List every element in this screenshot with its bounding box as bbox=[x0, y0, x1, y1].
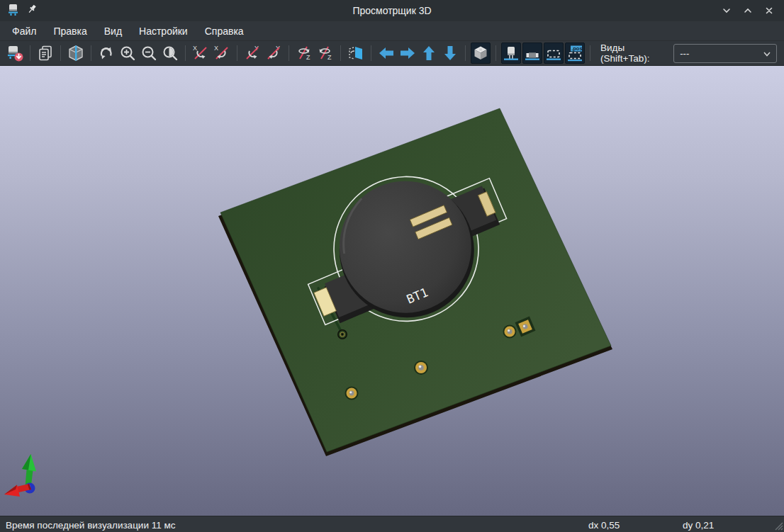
menu-help[interactable]: Справка bbox=[196, 23, 252, 39]
rotate-y-cw-icon: Y bbox=[243, 44, 262, 62]
rotate-z-cw-button[interactable]: Z bbox=[294, 43, 314, 64]
rotate-x-ccw-icon: X bbox=[213, 44, 231, 62]
rotate-x-cw-button[interactable]: X bbox=[191, 43, 211, 64]
3d-scene: BT1 bbox=[0, 66, 784, 516]
toolbar-separator bbox=[91, 45, 91, 61]
toolbar-separator bbox=[340, 45, 341, 61]
axis-gizmo bbox=[4, 454, 36, 497]
toolbar-separator bbox=[60, 45, 61, 61]
pin-icon[interactable] bbox=[26, 4, 38, 18]
toolbar-separator bbox=[371, 45, 371, 61]
show-smd-models-toggle[interactable] bbox=[522, 43, 542, 64]
show-virtual-models-toggle[interactable] bbox=[544, 43, 564, 64]
rotate-z-ccw-button[interactable]: Z bbox=[315, 43, 335, 64]
toolbar: X X Y Y Z bbox=[0, 41, 784, 66]
toolbar-separator bbox=[289, 45, 289, 61]
move-left-button[interactable] bbox=[376, 43, 396, 64]
zoom-in-button[interactable] bbox=[118, 43, 138, 64]
ortho-cube-icon bbox=[471, 44, 490, 62]
plated-hole-3 bbox=[503, 325, 517, 339]
zoom-fit-icon bbox=[161, 44, 179, 62]
menubar: Файл Правка Вид Настройки Справка bbox=[0, 21, 784, 41]
svg-text:Z: Z bbox=[306, 54, 310, 61]
statusbar: Время последней визуализации 11 мс dx 0,… bbox=[0, 516, 784, 532]
resize-grip[interactable] bbox=[773, 521, 783, 532]
tht-component-icon bbox=[502, 44, 520, 62]
raytracing-cube-icon bbox=[67, 44, 85, 62]
copy-icon bbox=[36, 44, 55, 62]
flip-board-icon bbox=[347, 44, 365, 62]
raytracing-render-button[interactable] bbox=[66, 43, 86, 64]
copy-image-button[interactable] bbox=[35, 43, 55, 64]
plated-hole-2 bbox=[414, 361, 428, 375]
menu-edit[interactable]: Правка bbox=[45, 23, 95, 39]
app-icon bbox=[6, 3, 20, 19]
via-hole bbox=[342, 334, 344, 336]
toolbar-separator bbox=[590, 45, 590, 61]
pos-file-icon: .pos bbox=[566, 44, 584, 62]
reload-board-button[interactable] bbox=[96, 43, 116, 64]
rotate-y-cw-button[interactable]: Y bbox=[242, 43, 262, 64]
toolbar-separator bbox=[495, 45, 496, 61]
smd-component-icon bbox=[523, 44, 542, 62]
show-tht-models-toggle[interactable] bbox=[501, 43, 521, 64]
svg-text:X: X bbox=[193, 45, 197, 52]
zoom-out-icon bbox=[140, 44, 158, 62]
close-button[interactable] bbox=[761, 3, 777, 18]
rotate-z-cw-icon: Z bbox=[295, 44, 313, 62]
plated-hole-1 bbox=[345, 387, 359, 400]
show-pos-models-toggle[interactable]: .pos bbox=[565, 43, 585, 64]
menu-preferences[interactable]: Настройки bbox=[130, 23, 196, 39]
svg-text:X: X bbox=[214, 45, 218, 52]
menu-file[interactable]: Файл bbox=[4, 23, 45, 39]
chevron-down-icon bbox=[763, 50, 771, 60]
zoom-in-icon bbox=[118, 44, 137, 62]
svg-text:.pos: .pos bbox=[571, 45, 582, 52]
rotate-y-ccw-icon: Y bbox=[264, 44, 283, 62]
minimize-button[interactable] bbox=[719, 3, 734, 18]
views-selected-value: --- bbox=[680, 48, 689, 59]
rotate-z-ccw-icon: Z bbox=[316, 44, 335, 62]
dy-readout: dy 0,21 bbox=[683, 520, 714, 531]
zoom-out-button[interactable] bbox=[139, 43, 159, 64]
maximize-button[interactable] bbox=[740, 3, 756, 18]
3d-viewport[interactable]: BT1 bbox=[0, 66, 784, 516]
render-time-status: Время последней визуализации 11 мс bbox=[0, 520, 176, 531]
flip-board-button[interactable] bbox=[346, 43, 366, 64]
rotate-x-cw-icon: X bbox=[191, 44, 210, 62]
orthographic-projection-toggle[interactable] bbox=[471, 43, 491, 64]
arrow-right-icon bbox=[398, 44, 417, 62]
virtual-component-icon bbox=[544, 44, 563, 62]
arrow-down-icon bbox=[441, 44, 459, 62]
export-image-button[interactable] bbox=[5, 43, 25, 64]
window-title: Просмотрщик 3D bbox=[0, 5, 784, 16]
export-image-icon bbox=[6, 44, 24, 62]
arrow-left-icon bbox=[377, 44, 396, 62]
menu-view[interactable]: Вид bbox=[96, 23, 130, 39]
titlebar: Просмотрщик 3D bbox=[0, 0, 784, 21]
toolbar-separator bbox=[30, 45, 30, 61]
views-label: Виды (Shift+Tab): bbox=[600, 43, 668, 64]
move-up-button[interactable] bbox=[419, 43, 439, 64]
arrow-up-icon bbox=[420, 44, 438, 62]
toolbar-separator bbox=[237, 45, 237, 61]
toolbar-separator bbox=[465, 45, 466, 61]
rotate-x-ccw-button[interactable]: X bbox=[212, 43, 232, 64]
dx-readout: dx 0,55 bbox=[588, 520, 620, 531]
rotate-y-ccw-button[interactable]: Y bbox=[264, 43, 284, 64]
move-right-button[interactable] bbox=[398, 43, 418, 64]
move-down-button[interactable] bbox=[440, 43, 460, 64]
refresh-icon bbox=[97, 44, 116, 62]
zoom-fit-button[interactable] bbox=[160, 43, 180, 64]
svg-text:Z: Z bbox=[327, 54, 332, 61]
views-combobox[interactable]: --- bbox=[673, 44, 777, 63]
toolbar-separator bbox=[185, 45, 186, 61]
